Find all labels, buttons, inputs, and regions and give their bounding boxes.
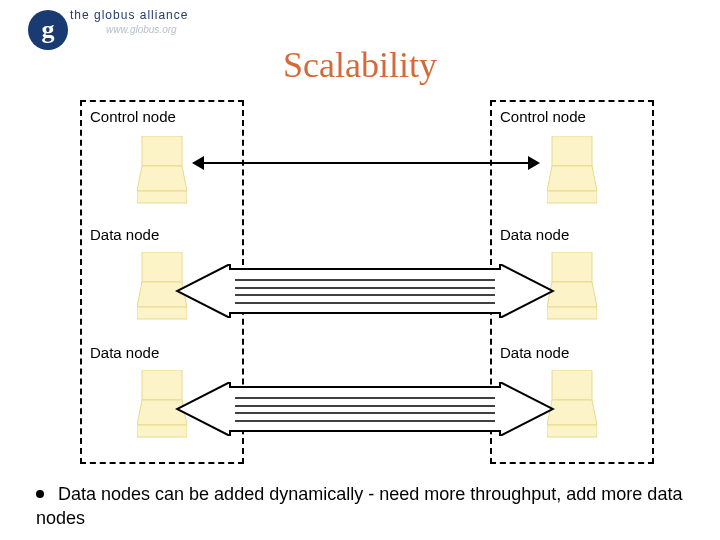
data-link-arrow [175,264,555,318]
svg-rect-0 [142,136,182,166]
svg-rect-10 [552,370,592,400]
right-node-label-1: Data node [500,226,569,243]
left-node-label-2: Data node [90,344,159,361]
right-node-label-2: Data node [500,344,569,361]
brand-subtext: www.globus.org [106,24,177,35]
right-node-label-0: Control node [500,108,586,125]
control-link-line [204,162,528,164]
svg-rect-8 [552,252,592,282]
slide-title: Scalability [0,44,720,86]
svg-rect-1 [137,191,187,203]
arrowhead-right-icon [528,156,540,170]
bullet-text: Data nodes can be added dynamically - ne… [36,482,686,531]
brand-text: the globus alliance [70,8,188,22]
server-tower-icon [137,136,187,206]
data-link-arrow [175,382,555,436]
svg-rect-6 [552,136,592,166]
left-node-label-0: Control node [90,108,176,125]
server-tower-icon [547,136,597,206]
left-node-label-1: Data node [90,226,159,243]
slide: g the globus alliance www.globus.org Sca… [0,0,720,540]
arrowhead-left-icon [192,156,204,170]
svg-rect-7 [547,191,597,203]
